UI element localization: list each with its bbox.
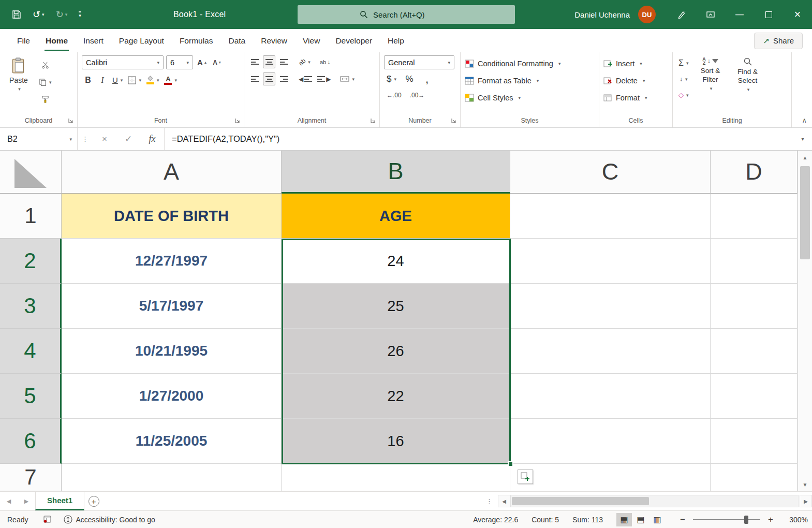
- row-header-2[interactable]: 2: [0, 239, 62, 284]
- bold-button[interactable]: B: [82, 74, 94, 86]
- cell-c6[interactable]: [510, 419, 711, 464]
- scroll-up-arrow[interactable]: ▲: [798, 151, 812, 164]
- top-align-button[interactable]: [248, 55, 261, 68]
- tab-data[interactable]: Data: [220, 29, 253, 52]
- orientation-button[interactable]: ab▾: [297, 55, 312, 68]
- borders-button[interactable]: ▾: [126, 74, 143, 86]
- conditional-formatting-button[interactable]: Conditional Formatting ▾: [465, 56, 595, 71]
- tab-insert[interactable]: Insert: [76, 29, 111, 52]
- cell-a5[interactable]: 1/27/2000: [62, 374, 282, 419]
- number-dialog-launcher[interactable]: [450, 117, 457, 124]
- name-box[interactable]: B2 ▾: [0, 128, 78, 150]
- cell-c3[interactable]: [510, 284, 711, 329]
- normal-view-button[interactable]: ▦: [616, 513, 632, 526]
- column-header-a[interactable]: A: [62, 151, 282, 194]
- row-header-5[interactable]: 5: [0, 374, 62, 419]
- fill-handle[interactable]: [508, 461, 513, 467]
- cell-d7[interactable]: [711, 464, 798, 491]
- cell-b6[interactable]: 16: [282, 419, 510, 464]
- format-cells-button[interactable]: Format ▾: [603, 91, 668, 105]
- tab-file[interactable]: File: [9, 29, 38, 52]
- zoom-slider-handle[interactable]: [744, 516, 748, 524]
- insert-function-button[interactable]: fx: [140, 128, 164, 150]
- cell-c1[interactable]: [510, 194, 711, 239]
- cell-d1[interactable]: [711, 194, 798, 239]
- cell-a6[interactable]: 11/25/2005: [62, 419, 282, 464]
- bottom-align-button[interactable]: [277, 55, 290, 68]
- tab-page-layout[interactable]: Page Layout: [111, 29, 172, 52]
- cancel-button[interactable]: ×: [93, 128, 116, 150]
- draw-pen-button[interactable]: [667, 0, 696, 29]
- account-avatar[interactable]: DU: [638, 6, 656, 23]
- tab-formulas[interactable]: Formulas: [172, 29, 221, 52]
- number-format-combobox[interactable]: General▾: [384, 55, 454, 69]
- insert-cells-button[interactable]: Insert ▾: [603, 56, 668, 71]
- increase-indent-button[interactable]: ▶: [316, 72, 332, 85]
- cell-b5[interactable]: 22: [282, 374, 510, 419]
- fill-button[interactable]: ↓▾: [677, 72, 690, 85]
- undo-button[interactable]: ↺▾: [28, 6, 49, 23]
- formula-bar-expand-button[interactable]: ▾: [793, 128, 812, 150]
- hscroll-right-arrow[interactable]: ▶: [800, 495, 812, 507]
- accessibility-checker-button[interactable]: [60, 515, 76, 524]
- increase-font-size-button[interactable]: A▴: [196, 56, 208, 69]
- tab-view[interactable]: View: [295, 29, 328, 52]
- scroll-down-arrow[interactable]: ▼: [798, 478, 812, 491]
- accessibility-status[interactable]: Accessibility: Good to go: [76, 516, 155, 524]
- zoom-in-button[interactable]: +: [766, 515, 775, 525]
- zoom-slider[interactable]: [693, 519, 760, 520]
- cell-b3[interactable]: 25: [282, 284, 510, 329]
- tab-splitter-handle[interactable]: ⋮: [481, 497, 498, 505]
- cell-d4[interactable]: [711, 329, 798, 374]
- center-button[interactable]: [263, 72, 275, 85]
- cell-a4[interactable]: 10/21/1995: [62, 329, 282, 374]
- zoom-level-button[interactable]: 300%: [781, 516, 808, 524]
- vertical-scroll-thumb[interactable]: [800, 166, 810, 259]
- decrease-decimal-button[interactable]: .00→: [408, 89, 426, 101]
- sort-filter-button[interactable]: AZ↓ Sort & Filter ▾: [693, 55, 728, 114]
- format-as-table-button[interactable]: Format as Table ▾: [465, 74, 595, 88]
- cell-a7[interactable]: [62, 464, 282, 491]
- underline-button[interactable]: U▾: [111, 74, 124, 86]
- merge-center-button[interactable]: ▾: [338, 72, 356, 85]
- decrease-indent-button[interactable]: ◀: [297, 72, 314, 85]
- clear-button[interactable]: ◇▾: [677, 89, 690, 101]
- sheet-tab-sheet1[interactable]: Sheet1: [35, 492, 84, 510]
- cell-a1[interactable]: DATE OF BIRTH: [62, 194, 282, 239]
- new-sheet-button[interactable]: +: [84, 492, 103, 510]
- vertical-scrollbar[interactable]: ▲ ▼: [798, 151, 812, 491]
- cell-a2[interactable]: 12/27/1997: [62, 239, 282, 284]
- cell-d3[interactable]: [711, 284, 798, 329]
- cell-d5[interactable]: [711, 374, 798, 419]
- page-layout-view-button[interactable]: ▤: [633, 513, 648, 526]
- horizontal-scroll-thumb[interactable]: [512, 497, 649, 505]
- cell-d6[interactable]: [711, 419, 798, 464]
- alignment-dialog-launcher[interactable]: [370, 117, 377, 124]
- format-painter-button[interactable]: [37, 93, 53, 106]
- delete-cells-button[interactable]: Delete ▾: [603, 74, 668, 88]
- redo-button[interactable]: ↻▾: [51, 6, 72, 23]
- column-header-d[interactable]: D: [711, 151, 798, 194]
- cell-b2[interactable]: 24: [282, 239, 510, 284]
- middle-align-button[interactable]: [263, 55, 275, 68]
- align-right-button[interactable]: [277, 72, 290, 85]
- page-break-view-button[interactable]: ▥: [649, 513, 665, 526]
- enter-button[interactable]: ✓: [116, 128, 140, 150]
- cell-c2[interactable]: [510, 239, 711, 284]
- zoom-out-button[interactable]: −: [678, 515, 687, 525]
- cut-button[interactable]: [37, 58, 53, 71]
- percent-style-button[interactable]: %: [403, 72, 416, 85]
- tab-review[interactable]: Review: [253, 29, 295, 52]
- sheet-nav-right-button[interactable]: ▶: [18, 492, 35, 510]
- increase-decimal-button[interactable]: ←.00: [385, 89, 403, 101]
- accounting-format-button[interactable]: $▾: [385, 72, 398, 85]
- sheet-nav-left-button[interactable]: ◀: [0, 492, 18, 510]
- row-header-1[interactable]: 1: [0, 194, 62, 239]
- tab-help[interactable]: Help: [380, 29, 412, 52]
- autosum-button[interactable]: Σ▾: [677, 56, 690, 69]
- select-all-corner[interactable]: [0, 151, 62, 194]
- cell-styles-button[interactable]: Cell Styles ▾: [465, 91, 595, 105]
- horizontal-scrollbar[interactable]: [510, 495, 799, 507]
- row-header-3[interactable]: 3: [0, 284, 62, 329]
- find-select-button[interactable]: Find & Select ▾: [731, 55, 765, 114]
